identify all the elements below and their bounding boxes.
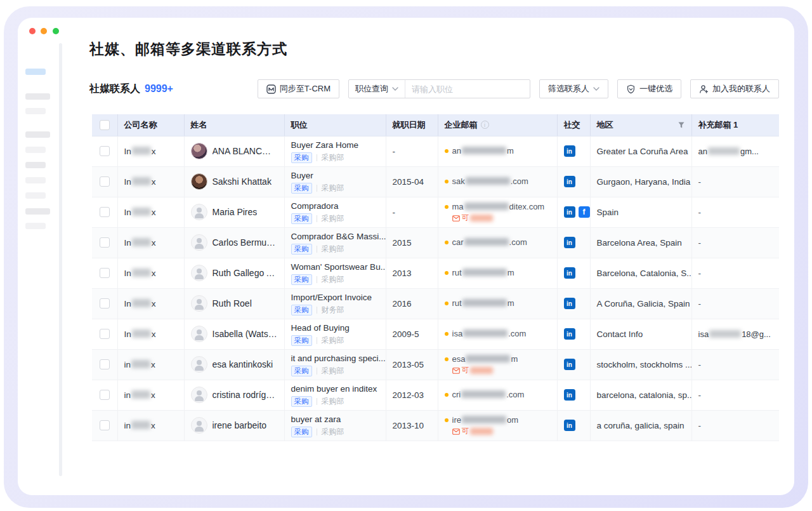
position-title: Import/Export Invoice (291, 292, 379, 303)
row-checkbox[interactable] (100, 268, 110, 278)
table-row[interactable]: Inx Ruth Roel Import/Export Invoice 采购 财… (92, 288, 779, 319)
linkedin-icon[interactable]: in (564, 298, 575, 309)
email2-cell: - (691, 380, 779, 410)
sidebar-item[interactable] (25, 223, 46, 229)
avatar (191, 173, 207, 190)
table-header-row: 公司名称 姓名 职位 就职日期 企业邮箱 i 社交 (92, 114, 779, 136)
add-to-my-contacts-button[interactable]: 加入我的联系人 (690, 79, 779, 98)
linkedin-icon[interactable]: in (564, 176, 575, 187)
email-cell: isa.com (438, 319, 557, 349)
filter-contacts-button[interactable]: 筛选联系人 (539, 79, 608, 98)
sync-tcrm-button[interactable]: 同步至T-CRM (258, 79, 339, 98)
sidebar (18, 18, 81, 495)
department-label: 采购部 (322, 335, 344, 346)
sidebar-item[interactable] (25, 177, 46, 183)
position-cell: denim buyer en inditex 采购 采购部 (284, 380, 386, 410)
col-header-position: 职位 (284, 114, 386, 136)
position-query-select[interactable]: 职位查询 (349, 80, 405, 98)
position-search-input[interactable] (412, 84, 523, 94)
position-title: Woman' Sportswear Bu... (291, 262, 379, 272)
sidebar-item[interactable] (25, 147, 46, 153)
toolbar: 同步至T-CRM 职位查询 (258, 79, 779, 98)
table-row[interactable]: Inx Sakshi Khattak Buyer 采购 采购部 2015-04 … (92, 166, 779, 197)
row-checkbox[interactable] (100, 390, 110, 400)
department-label: 采购部 (322, 244, 344, 255)
email2-dash: - (698, 421, 702, 430)
sidebar-item[interactable] (25, 131, 50, 138)
one-click-optimize-button[interactable]: 一键优选 (617, 79, 681, 98)
redacted-text (131, 421, 150, 429)
sidebar-item[interactable] (25, 192, 46, 199)
facebook-icon[interactable]: f (579, 206, 590, 218)
trusted-email-badge: 可 (452, 366, 551, 375)
avatar (191, 326, 207, 342)
role-tag: 采购 (291, 244, 312, 255)
sidebar-item-selected[interactable] (25, 69, 46, 75)
table-row[interactable]: Inx Isabella (Watson) L... Head of Buyin… (92, 319, 779, 349)
role-tag: 采购 (291, 305, 312, 315)
info-icon[interactable]: i (481, 121, 489, 129)
select-all-checkbox[interactable] (100, 120, 110, 130)
name-cell: esa kantinkoski (184, 349, 284, 380)
sidebar-item[interactable] (25, 108, 46, 114)
table-row[interactable]: Inx Ruth Gallego Agulló Woman' Sportswea… (92, 258, 779, 288)
position-cell: Head of Buying 采购 采购部 (284, 319, 386, 349)
sidebar-item[interactable] (25, 162, 46, 168)
linkedin-icon[interactable]: in (564, 145, 575, 157)
email-cell: ireom 可 (438, 410, 557, 441)
row-checkbox[interactable] (100, 420, 110, 430)
email-cell: maditex.com 可 (438, 197, 557, 227)
table-row[interactable]: inx cristina rodríguez denim buyer en in… (92, 380, 779, 410)
chevron-down-icon (392, 87, 398, 91)
social-cell: in (557, 319, 590, 349)
linkedin-icon[interactable]: in (564, 389, 575, 401)
table-row[interactable]: Inx ANA BLANCO REY Buyer Zara Home 采购 采购… (92, 136, 779, 166)
row-checkbox[interactable] (100, 329, 110, 339)
linkedin-icon[interactable]: in (564, 267, 575, 279)
row-checkbox[interactable] (100, 176, 110, 187)
position-cell: Woman' Sportswear Bu... 采购 采购部 (284, 258, 386, 288)
redacted-text (462, 147, 506, 154)
position-cell: Buyer 采购 采购部 (284, 166, 386, 197)
redacted-text (708, 147, 740, 155)
social-cell: inf (557, 197, 590, 227)
position-title: Buyer Zara Home (291, 140, 379, 150)
email-status-dot (445, 332, 449, 336)
email-status-dot (445, 357, 449, 361)
linkedin-icon[interactable]: in (564, 328, 575, 340)
envelope-icon (452, 428, 460, 435)
row-checkbox[interactable] (100, 146, 110, 156)
company-cell: Inx (117, 258, 184, 288)
avatar (191, 204, 207, 220)
position-title: Head of Buying (291, 322, 379, 333)
department-label: 采购部 (322, 274, 344, 285)
email2-cell: - (691, 288, 779, 319)
linkedin-icon[interactable]: in (564, 206, 575, 218)
table-row[interactable]: inx esa kantinkoski it and purchasing sp… (92, 349, 779, 380)
role-tag: 采购 (291, 213, 312, 224)
table-row[interactable]: Inx Carlos Bermudo Cr... Comprador B&G M… (92, 227, 779, 258)
table-row[interactable]: Inx Maria Pires Compradora 采购 采购部 - madi… (92, 197, 779, 227)
department-label: 采购部 (322, 366, 344, 376)
social-cell: in (557, 136, 590, 166)
sidebar-item[interactable] (25, 208, 50, 215)
table-row[interactable]: inx irene barbeito buyer at zara 采购 采购部 … (92, 410, 779, 441)
linkedin-icon[interactable]: in (564, 420, 575, 431)
linkedin-icon[interactable]: in (564, 237, 575, 248)
row-checkbox[interactable] (100, 237, 110, 248)
filter-funnel-icon[interactable] (678, 121, 685, 129)
main-content: 社媒、邮箱等多渠道联系方式 社媒联系人 9999+ 同步至T-CRM 职位 (86, 37, 783, 491)
role-tag: 采购 (291, 335, 312, 346)
row-checkbox[interactable] (100, 298, 110, 309)
tcrm-icon (266, 84, 276, 94)
browser-frame: 社媒、邮箱等多渠道联系方式 社媒联系人 9999+ 同步至T-CRM 职位 (4, 6, 808, 508)
row-checkbox[interactable] (100, 359, 110, 369)
sidebar-item[interactable] (25, 93, 50, 100)
person-add-icon (699, 84, 709, 94)
redacted-text (466, 177, 510, 185)
role-tag: 采购 (291, 274, 312, 285)
avatar (191, 417, 207, 434)
linkedin-icon[interactable]: in (564, 359, 575, 370)
redacted-text (131, 390, 150, 399)
row-checkbox[interactable] (100, 207, 110, 217)
